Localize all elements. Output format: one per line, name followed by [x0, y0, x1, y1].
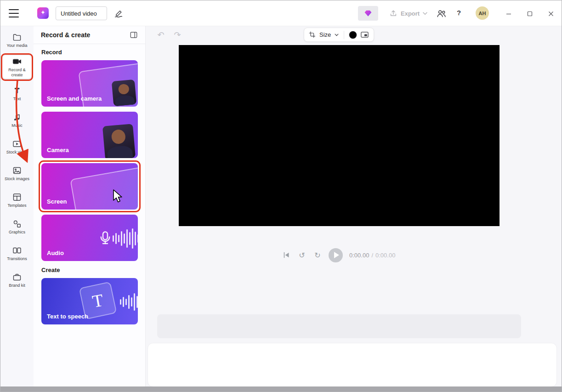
sidebar-item-transitions[interactable]: Transitions	[2, 242, 32, 265]
sidebar-item-label: Templates	[7, 203, 26, 208]
titlebar: Export ? AH	[0, 0, 562, 26]
sidebar-item-text[interactable]: T Text	[2, 82, 32, 105]
record-card-screen[interactable]: Screen	[41, 163, 138, 210]
sidebar-item-your-media[interactable]: Your media	[2, 29, 32, 52]
export-button[interactable]: Export	[389, 7, 427, 20]
card-label: Audio	[47, 250, 64, 256]
panel-title: Record & create	[41, 31, 90, 39]
panel-header: Record & create	[34, 26, 145, 44]
sidebar-item-graphics[interactable]: Graphics	[2, 216, 32, 239]
window-bottom-edge	[0, 386, 562, 392]
maximize-button[interactable]	[524, 10, 535, 18]
waveform-graphic	[113, 226, 138, 251]
record-section-heading: Record	[41, 49, 137, 56]
picture-in-picture-icon[interactable]	[360, 30, 369, 39]
brand-kit-icon	[12, 273, 22, 282]
graphics-icon	[12, 219, 22, 228]
person-photo	[112, 80, 137, 106]
editor-area: ↶ ↷ Size ↺ ↻ 0:00.00 / 0:00.00	[146, 26, 562, 386]
panel-body: Record Screen and camera Camera Sc	[34, 49, 145, 324]
skip-to-start-icon[interactable]	[282, 250, 291, 260]
sidebar-item-stock-video[interactable]: Stock video	[2, 136, 32, 159]
video-camera-icon	[12, 57, 22, 66]
record-card-camera[interactable]: Camera	[41, 112, 138, 158]
card-label: Camera	[47, 147, 69, 153]
transitions-icon	[12, 246, 22, 255]
chevron-down-icon	[335, 34, 339, 36]
avatar[interactable]: AH	[476, 6, 489, 20]
close-button[interactable]	[545, 10, 556, 18]
project-name-input[interactable]	[56, 6, 107, 20]
stock-video-icon	[12, 139, 22, 148]
sidebar-item-label: Your media	[6, 43, 27, 48]
record-create-panel: Record & create Record Screen and camera…	[34, 26, 146, 386]
size-dropdown[interactable]: Size	[319, 31, 331, 38]
screen-mockup-graphic	[70, 166, 138, 210]
create-card-text-to-speech[interactable]: T Text to speech	[41, 278, 138, 324]
waveform-graphic	[120, 291, 138, 313]
person-photo	[102, 124, 136, 158]
timeline-panel	[148, 343, 557, 387]
upgrade-button[interactable]	[358, 6, 378, 21]
sidebar-item-label: Music	[11, 123, 23, 128]
current-time: 0:00.00	[349, 252, 369, 259]
record-card-audio[interactable]: Audio	[41, 215, 138, 261]
sidebar-item-label: Brand kit	[9, 283, 25, 288]
background-color-swatch[interactable]	[349, 31, 357, 39]
card-label: Screen and camera	[47, 95, 102, 102]
collapse-panel-icon[interactable]	[130, 31, 138, 39]
sidebar-item-record-create[interactable]: Record & create	[2, 56, 32, 79]
chevron-down-icon	[423, 12, 427, 15]
svg-text:T: T	[15, 86, 19, 94]
help-icon[interactable]: ?	[457, 9, 461, 17]
upload-icon	[389, 9, 397, 17]
sidebar-item-templates[interactable]: Templates	[2, 189, 32, 212]
play-button[interactable]	[329, 248, 343, 262]
signature-pen-icon[interactable]	[114, 8, 124, 18]
logo-star-icon	[39, 9, 47, 17]
total-time: 0:00.00	[375, 252, 395, 259]
sidebar-item-stock-images[interactable]: Stock images	[2, 162, 32, 185]
folder-icon	[12, 33, 22, 42]
menu-icon[interactable]	[9, 9, 19, 17]
sidebar-item-label: Stock video	[6, 150, 28, 155]
record-card-screen-and-camera[interactable]: Screen and camera	[41, 60, 138, 107]
sidebar-item-label: Transitions	[7, 256, 27, 261]
clipchamp-logo-icon[interactable]	[37, 7, 49, 19]
sidebar-item-label: Text	[13, 97, 21, 102]
collaborate-icon[interactable]	[436, 8, 447, 19]
canvas-toolbar: Size	[304, 28, 374, 42]
card-label: Screen	[47, 198, 67, 205]
card-label: Text to speech	[47, 313, 88, 320]
video-preview-canvas[interactable]	[179, 45, 500, 226]
divider	[344, 31, 344, 39]
sidebar-item-label: Graphics	[9, 230, 25, 235]
create-section-heading: Create	[41, 267, 137, 273]
sidebar-item-label: Stock images	[5, 176, 29, 182]
stock-images-icon	[12, 166, 22, 175]
text-icon: T	[12, 86, 22, 95]
music-note-icon	[12, 113, 22, 122]
minimize-button[interactable]	[503, 10, 514, 18]
redo-icon[interactable]: ↷	[172, 30, 182, 40]
sidebar-item-music[interactable]: Music	[2, 109, 32, 132]
sidebar-item-brand-kit[interactable]: Brand kit	[2, 269, 32, 292]
playback-controls: ↺ ↻ 0:00.00 / 0:00.00	[282, 247, 395, 263]
time-separator: /	[371, 252, 373, 259]
gem-icon	[363, 9, 373, 18]
export-label: Export	[401, 10, 420, 17]
sidebar: Your media Record & create T Text Music …	[0, 26, 34, 386]
crop-icon	[309, 31, 316, 38]
clipchamp-window: Export ? AH Your media Record & create T…	[0, 0, 562, 392]
time-display: 0:00.00 / 0:00.00	[349, 252, 395, 259]
timeline-track[interactable]	[157, 314, 521, 338]
seek-forward-icon[interactable]: ↻	[313, 251, 322, 260]
templates-icon	[12, 193, 22, 202]
microphone-icon	[97, 227, 113, 249]
sidebar-item-label: Record & create	[4, 68, 30, 78]
seek-back-icon[interactable]: ↺	[297, 251, 307, 260]
undo-icon[interactable]: ↶	[156, 30, 166, 40]
